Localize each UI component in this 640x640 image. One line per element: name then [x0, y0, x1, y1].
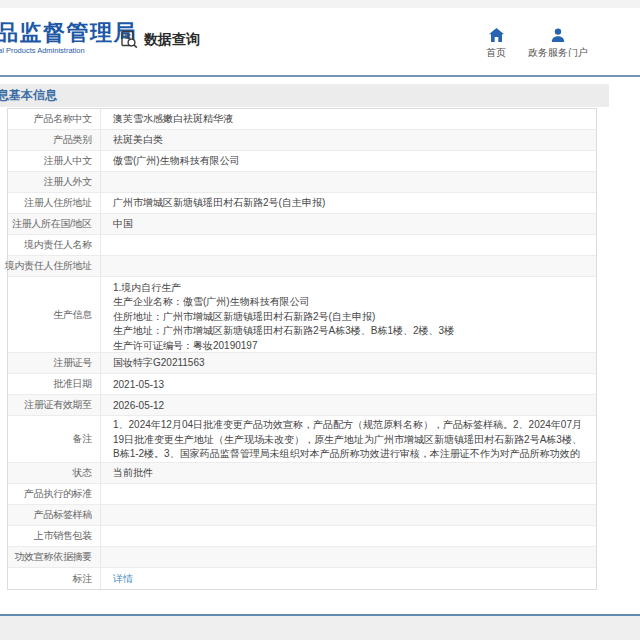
row-label: 状态 — [8, 463, 101, 483]
row-label: 上市销售包装 — [8, 526, 101, 546]
row-value — [101, 547, 596, 567]
detail-link[interactable]: 详情 — [113, 572, 133, 586]
row-label: 产品类别 — [8, 130, 101, 150]
table-row: 功效宣称依据摘要 — [8, 547, 596, 568]
row-label: 产品执行的标准 — [8, 484, 101, 504]
header-divider — [0, 75, 640, 77]
row-value — [101, 526, 596, 546]
row-value: 当前批件 — [101, 463, 596, 483]
table-row: 状态当前批件 — [8, 463, 596, 484]
section-header-bar: 息基本信息 — [0, 84, 609, 107]
table-row: 注册人所在国/地区中国 — [8, 214, 596, 235]
row-label: 注册人中文 — [8, 151, 101, 171]
info-table: 产品名称中文澳芙雪水感嫩白祛斑精华液产品类别祛斑美白类注册人中文傲雪(广州)生物… — [7, 108, 597, 590]
table-row: 产品执行的标准 — [8, 484, 596, 505]
agency-logo-english: al Products Administration — [0, 46, 85, 55]
agency-logo-chinese: 品监督管理局 — [0, 18, 137, 48]
row-label: 备注 — [8, 416, 101, 462]
nav-home-label: 首页 — [486, 46, 506, 60]
nav-data-query[interactable]: 数据查询 — [120, 30, 200, 49]
table-row: 注册证号国妆特字G20211563 — [8, 353, 596, 374]
nav-home[interactable]: 首页 — [486, 28, 506, 60]
row-value: 傲雪(广州)生物科技有限公司 — [101, 151, 596, 171]
row-label: 注册人所在国/地区 — [8, 214, 101, 234]
nav-gov-portal[interactable]: 政务服务门户 — [528, 28, 588, 60]
row-label: 注册证有效期至 — [8, 395, 101, 415]
row-value — [101, 484, 596, 504]
table-row: 注册人住所地址广州市增城区新塘镇瑶田村石新路2号(自主申报) — [8, 193, 596, 214]
row-label: 注册人住所地址 — [8, 193, 101, 213]
row-label: 生产信息 — [8, 277, 101, 352]
site-header: 品监督管理局 al Products Administration 数据查询 首… — [0, 8, 640, 75]
footer-band — [0, 616, 640, 640]
row-label: 批准日期 — [8, 374, 101, 394]
table-row: 产品标签样稿 — [8, 505, 596, 526]
table-row: 注册人外文 — [8, 172, 596, 193]
browser-top-strip — [0, 0, 640, 8]
row-label: 标注 — [8, 568, 101, 589]
table-row: 产品类别祛斑美白类 — [8, 130, 596, 151]
home-icon — [489, 28, 504, 42]
section-title: 息基本信息 — [0, 84, 609, 107]
row-value — [101, 235, 596, 255]
row-label: 产品名称中文 — [8, 109, 101, 129]
row-value: 祛斑美白类 — [101, 130, 596, 150]
production-info-line: 生产地址：广州市增城区新塘镇瑶田村石新路2号A栋3楼、B栋1楼、2楼、3楼 — [113, 324, 586, 338]
row-value: 1、2024年12月04日批准变更产品功效宣称，产品配方（规范原料名称），产品标… — [101, 416, 596, 462]
row-value: 详情 — [101, 568, 596, 589]
production-info-line: 1.境内自行生产 — [113, 281, 586, 295]
table-row: 注册证有效期至2026-05-12 — [8, 395, 596, 416]
table-row: 批准日期2021-05-13 — [8, 374, 596, 395]
row-label: 注册人外文 — [8, 172, 101, 192]
table-row: 备注1、2024年12月04日批准变更产品功效宣称，产品配方（规范原料名称），产… — [8, 416, 596, 463]
row-value — [101, 256, 596, 276]
row-value: 2026-05-12 — [101, 395, 596, 415]
nav-data-query-label: 数据查询 — [144, 31, 200, 49]
table-row: 产品名称中文澳芙雪水感嫩白祛斑精华液 — [8, 109, 596, 130]
row-label: 功效宣称依据摘要 — [8, 547, 101, 567]
row-label: 境内责任人住所地址 — [8, 256, 101, 276]
row-label: 境内责任人名称 — [8, 235, 101, 255]
nav-gov-portal-label: 政务服务门户 — [528, 46, 588, 60]
row-value: 1.境内自行生产生产企业名称：傲雪(广州)生物科技有限公司住所地址：广州市增城区… — [101, 277, 596, 352]
production-info-line: 住所地址：广州市增城区新塘镇瑶田村石新路2号(自主申报) — [113, 310, 586, 324]
user-icon — [551, 28, 565, 42]
production-info-line: 生产许可证编号：粤妆20190197 — [113, 339, 586, 352]
row-value — [101, 172, 596, 192]
row-value — [101, 505, 596, 525]
table-row: 境内责任人名称 — [8, 235, 596, 256]
row-value: 2021-05-13 — [101, 374, 596, 394]
row-value: 澳芙雪水感嫩白祛斑精华液 — [101, 109, 596, 129]
row-value: 广州市增城区新塘镇瑶田村石新路2号(自主申报) — [101, 193, 596, 213]
table-row: 生产信息1.境内自行生产生产企业名称：傲雪(广州)生物科技有限公司住所地址：广州… — [8, 277, 596, 353]
row-label: 产品标签样稿 — [8, 505, 101, 525]
table-row: 上市销售包装 — [8, 526, 596, 547]
row-value: 中国 — [101, 214, 596, 234]
table-row: 标注详情 — [8, 568, 596, 589]
data-query-icon — [120, 30, 139, 49]
production-info-line: 生产企业名称：傲雪(广州)生物科技有限公司 — [113, 295, 586, 309]
row-label: 注册证号 — [8, 353, 101, 373]
row-value: 国妆特字G20211563 — [101, 353, 596, 373]
table-row: 注册人中文傲雪(广州)生物科技有限公司 — [8, 151, 596, 172]
header-right-nav: 首页 政务服务门户 — [486, 28, 588, 60]
table-row: 境内责任人住所地址 — [8, 256, 596, 277]
